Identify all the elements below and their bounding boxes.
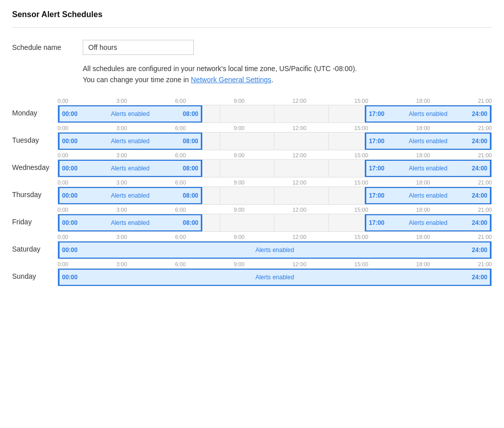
timeline-saturday[interactable]: 0:003:006:009:0012:0015:0018:0021:0000:0…	[58, 234, 492, 259]
left-bracket-icon	[58, 105, 61, 123]
segment-start-time: 00:00	[62, 138, 78, 145]
segment-start-time: 17:00	[369, 219, 384, 226]
segment-end-time: 24:00	[472, 219, 487, 226]
segment-label-text: Alerts enabled	[255, 247, 294, 254]
segment-label-text: Alerts enabled	[111, 219, 150, 226]
segment-start-time: 00:00	[62, 219, 78, 226]
schedule-name-input[interactable]	[83, 40, 194, 55]
right-bracket-icon	[488, 187, 491, 204]
timeline-bar-wednesday[interactable]: 00:00Alerts enabled08:0017:00Alerts enab…	[58, 159, 492, 177]
right-bracket-icon	[199, 160, 202, 177]
segment-end-time: 08:00	[183, 138, 198, 145]
right-bracket-icon	[488, 105, 491, 123]
segment-end-time: 24:00	[472, 138, 487, 145]
info-period: .	[271, 76, 273, 84]
schedule-grid: Monday0:003:006:009:0012:0015:0018:0021:…	[12, 98, 492, 286]
tick-000: 0:00	[58, 261, 68, 267]
segment-wednesday-1[interactable]: 17:00Alerts enabled24:00	[365, 160, 491, 177]
timeline-monday[interactable]: 0:003:006:009:0012:0015:0018:0021:0000:0…	[58, 98, 492, 123]
timeline-bar-sunday[interactable]: 00:00Alerts enabled24:00	[58, 268, 492, 286]
tick-600: 6:00	[175, 98, 186, 104]
right-bracket-icon	[488, 269, 491, 286]
segment-sunday-0[interactable]: 00:00Alerts enabled24:00	[58, 269, 491, 286]
segment-label-text: Alerts enabled	[409, 138, 447, 145]
day-row-monday: Monday0:003:006:009:0012:0015:0018:0021:…	[12, 98, 492, 123]
tick-000: 0:00	[58, 234, 68, 240]
tick-300: 3:00	[116, 152, 127, 158]
segment-start-time: 00:00	[62, 165, 78, 172]
tick-1500: 15:00	[354, 179, 368, 186]
left-bracket-icon	[365, 160, 368, 177]
segment-end-time: 24:00	[472, 110, 487, 117]
time-ticks: 0:003:006:009:0012:0015:0018:0021:00	[58, 179, 492, 186]
segment-thursday-1[interactable]: 17:00Alerts enabled24:00	[365, 187, 491, 204]
tick-600: 6:00	[175, 207, 186, 213]
timeline-bar-friday[interactable]: 00:00Alerts enabled08:0017:00Alerts enab…	[58, 214, 492, 232]
time-ticks: 0:003:006:009:0012:0015:0018:0021:00	[58, 261, 492, 267]
segment-tuesday-1[interactable]: 17:00Alerts enabled24:00	[365, 133, 491, 150]
tick-2100: 21:00	[478, 152, 492, 158]
timeline-bar-saturday[interactable]: 00:00Alerts enabled24:00	[58, 241, 492, 259]
segment-monday-0[interactable]: 00:00Alerts enabled08:00	[58, 105, 202, 123]
segment-label-text: Alerts enabled	[111, 110, 150, 117]
timeline-friday[interactable]: 0:003:006:009:0012:0015:0018:0021:0000:0…	[58, 207, 492, 232]
day-label-monday: Monday	[12, 98, 58, 117]
segment-monday-1[interactable]: 17:00Alerts enabled24:00	[365, 105, 491, 123]
segment-friday-1[interactable]: 17:00Alerts enabled24:00	[365, 214, 491, 231]
tick-300: 3:00	[116, 207, 127, 213]
left-bracket-icon	[58, 214, 61, 231]
segment-start-time: 00:00	[62, 274, 78, 281]
tick-1200: 12:00	[293, 261, 307, 267]
left-bracket-icon	[365, 187, 368, 204]
segment-end-time: 24:00	[472, 274, 487, 281]
left-bracket-icon	[58, 160, 61, 177]
tick-900: 9:00	[234, 125, 244, 131]
day-label-wednesday: Wednesday	[12, 152, 58, 171]
page-title: Sensor Alert Schedules	[12, 10, 492, 19]
divider	[12, 27, 492, 28]
tick-1800: 18:00	[416, 98, 430, 104]
tick-1800: 18:00	[416, 261, 430, 267]
tick-000: 0:00	[58, 98, 68, 104]
timeline-sunday[interactable]: 0:003:006:009:0012:0015:0018:0021:0000:0…	[58, 261, 492, 286]
tick-900: 9:00	[234, 152, 244, 158]
schedule-name-label: Schedule name	[12, 43, 83, 51]
left-bracket-icon	[58, 241, 61, 259]
timeline-bar-monday[interactable]: 00:00Alerts enabled08:0017:00Alerts enab…	[58, 105, 492, 123]
tick-2100: 21:00	[478, 207, 492, 213]
segment-end-time: 08:00	[183, 165, 198, 172]
day-row-saturday: Saturday0:003:006:009:0012:0015:0018:002…	[12, 234, 492, 259]
segment-thursday-0[interactable]: 00:00Alerts enabled08:00	[58, 187, 202, 204]
timeline-wednesday[interactable]: 0:003:006:009:0012:0015:0018:0021:0000:0…	[58, 152, 492, 177]
tick-1500: 15:00	[354, 125, 368, 131]
tick-000: 0:00	[58, 125, 68, 131]
day-row-friday: Friday0:003:006:009:0012:0015:0018:0021:…	[12, 207, 492, 232]
segment-friday-0[interactable]: 00:00Alerts enabled08:00	[58, 214, 202, 231]
segment-end-time: 08:00	[183, 192, 198, 199]
right-bracket-icon	[488, 160, 491, 177]
time-ticks: 0:003:006:009:0012:0015:0018:0021:00	[58, 98, 492, 104]
day-label-friday: Friday	[12, 207, 58, 226]
tick-300: 3:00	[116, 98, 127, 104]
tick-1800: 18:00	[416, 125, 430, 131]
segment-wednesday-0[interactable]: 00:00Alerts enabled08:00	[58, 160, 202, 177]
segment-label-text: Alerts enabled	[409, 110, 447, 117]
segment-tuesday-0[interactable]: 00:00Alerts enabled08:00	[58, 133, 202, 150]
tick-1200: 12:00	[293, 234, 307, 240]
tick-1200: 12:00	[293, 152, 307, 158]
right-bracket-icon	[488, 241, 491, 259]
timeline-bar-thursday[interactable]: 00:00Alerts enabled08:0017:00Alerts enab…	[58, 187, 492, 205]
network-general-link[interactable]: Network General Settings	[191, 76, 271, 84]
day-label-saturday: Saturday	[12, 234, 58, 253]
timeline-bar-tuesday[interactable]: 00:00Alerts enabled08:0017:00Alerts enab…	[58, 132, 492, 150]
segment-start-time: 00:00	[62, 110, 78, 117]
tick-000: 0:00	[58, 179, 68, 186]
timeline-thursday[interactable]: 0:003:006:009:0012:0015:0018:0021:0000:0…	[58, 179, 492, 205]
segment-end-time: 24:00	[472, 247, 487, 254]
timeline-tuesday[interactable]: 0:003:006:009:0012:0015:0018:0021:0000:0…	[58, 125, 492, 150]
segment-saturday-0[interactable]: 00:00Alerts enabled24:00	[58, 241, 491, 259]
segment-end-time: 08:00	[183, 110, 198, 117]
time-ticks: 0:003:006:009:0012:0015:0018:0021:00	[58, 234, 492, 240]
tick-600: 6:00	[175, 179, 186, 186]
left-bracket-icon	[58, 269, 61, 286]
